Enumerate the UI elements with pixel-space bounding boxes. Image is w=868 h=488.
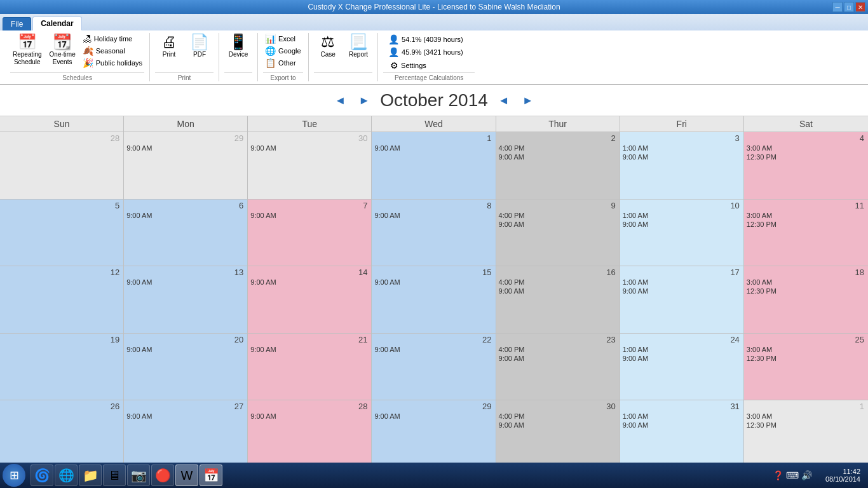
- other-icon: 📋: [265, 58, 276, 68]
- calendar-day-w2-d0[interactable]: 12: [0, 266, 124, 333]
- next-year-button[interactable]: ►: [520, 94, 536, 107]
- pdf-icon: 📄: [190, 34, 209, 50]
- report-button[interactable]: 📃 Report: [344, 33, 372, 60]
- calendar-day-w3-d4[interactable]: 234:00 PM9:00 AM: [496, 334, 620, 400]
- day-event-w1-d2: 9:00 AM: [250, 212, 369, 219]
- day-num-w0-d5: 3: [623, 133, 741, 143]
- taskbar-app-browser[interactable]: 🌐: [55, 464, 78, 486]
- calendar-week-1: 569:00 AM79:00 AM89:00 AM94:00 PM9:00 AM…: [0, 200, 868, 267]
- calendar-day-w0-d2[interactable]: 309:00 AM: [248, 132, 372, 199]
- calendar-day-w1-d5[interactable]: 101:00 AM9:00 AM: [620, 200, 744, 266]
- calendar-day-w2-d4[interactable]: 164:00 PM9:00 AM: [496, 266, 620, 333]
- excel-button[interactable]: 📊 Excel: [263, 33, 302, 44]
- taskbar-time: 11:42: [843, 468, 860, 475]
- calendar-day-w0-d6[interactable]: 43:00 AM12:30 PM: [744, 132, 868, 199]
- parent1-icon: 👤: [388, 34, 399, 44]
- calendar-day-w4-d4[interactable]: 304:00 PM9:00 AM: [496, 400, 620, 467]
- calendar-day-w1-d4[interactable]: 94:00 PM9:00 AM: [496, 200, 620, 266]
- export-group-label: Export to: [263, 72, 303, 81]
- calendar-day-w2-d6[interactable]: 183:00 AM12:30 PM: [744, 266, 868, 333]
- day-event-w2-d4: 9:00 AM: [499, 287, 617, 295]
- tab-file[interactable]: File: [3, 17, 31, 30]
- calendar-day-w3-d3[interactable]: 229:00 AM: [372, 334, 496, 400]
- next-month-button[interactable]: ►: [356, 94, 372, 107]
- calendar-day-w4-d0[interactable]: 26: [0, 400, 124, 467]
- calendar-day-w1-d6[interactable]: 113:00 AM12:30 PM: [744, 200, 868, 266]
- maximize-button[interactable]: □: [844, 2, 854, 12]
- one-time-events-icon: 📆: [53, 34, 72, 50]
- tab-calendar[interactable]: Calendar: [32, 17, 81, 30]
- calendar-day-w4-d3[interactable]: 299:00 AM: [372, 400, 496, 467]
- day-num-w4-d6: 1: [747, 402, 865, 411]
- day-event-w1-d5: 1:00 AM: [623, 212, 741, 219]
- case-button[interactable]: ⚖ Case: [314, 33, 342, 60]
- day-event-w4-d1: 9:00 AM: [126, 412, 245, 420]
- taskbar-app-camera[interactable]: 📷: [127, 464, 150, 486]
- taskbar-app-explorer[interactable]: 📁: [79, 464, 102, 486]
- calendar-day-w4-d5[interactable]: 311:00 AM9:00 AM: [620, 400, 744, 467]
- calendar-day-w3-d5[interactable]: 241:00 AM9:00 AM: [620, 334, 744, 400]
- repeating-schedule-label: RepeatingSchedule: [13, 51, 42, 66]
- device-button[interactable]: 📱 Device: [224, 33, 252, 60]
- calendar-day-w3-d6[interactable]: 253:00 AM12:30 PM: [744, 334, 868, 400]
- print-button[interactable]: 🖨 Print: [155, 33, 183, 60]
- day-event-w2-d2: 9:00 AM: [250, 278, 369, 286]
- calendar-day-w1-d2[interactable]: 79:00 AM: [248, 200, 372, 266]
- calendar-day-w0-d0[interactable]: 28: [0, 132, 124, 199]
- ribbon-content: 📅 RepeatingSchedule 📆 One-timeEvents 🏖 H…: [0, 30, 868, 84]
- prev-year-button[interactable]: ◄: [496, 94, 512, 107]
- calendar-day-w2-d1[interactable]: 139:00 AM: [124, 266, 248, 333]
- systray-network-icon: 🔊: [801, 470, 812, 480]
- close-button[interactable]: ✕: [855, 2, 865, 12]
- settings-button[interactable]: ⚙ Settings: [388, 60, 463, 71]
- seasonal-icon: 🍂: [83, 46, 93, 56]
- taskbar-app-ie[interactable]: 🌀: [31, 464, 53, 486]
- pdf-button[interactable]: 📄 PDF: [186, 33, 214, 60]
- calendar-day-w2-d5[interactable]: 171:00 AM9:00 AM: [620, 266, 744, 333]
- calendar-day-w1-d0[interactable]: 5: [0, 200, 124, 266]
- stats-area: 👤 54.1% (4039 hours) 👤 45.9% (3421 hours…: [383, 33, 468, 71]
- public-holidays-button[interactable]: 🎉 Public holidays: [81, 57, 144, 69]
- calendar-day-w4-d1[interactable]: 279:00 AM: [124, 400, 248, 467]
- calendar-day-w3-d0[interactable]: 19: [0, 334, 124, 400]
- stat-row-parent1: 👤 54.1% (4039 hours): [388, 33, 463, 46]
- day-num-w2-d5: 17: [623, 268, 741, 277]
- calendar-day-w1-d3[interactable]: 89:00 AM: [372, 200, 496, 266]
- taskbar-app-custody[interactable]: 📅: [200, 464, 222, 486]
- calendar-day-w2-d2[interactable]: 149:00 AM: [248, 266, 372, 333]
- taskbar-app-hp[interactable]: 🖥: [103, 464, 126, 486]
- day-num-w1-d5: 10: [623, 201, 741, 210]
- export-items: 📊 Excel 🌐 Google 📋 Other: [263, 33, 302, 71]
- calendar-day-w0-d1[interactable]: 299:00 AM: [124, 132, 248, 199]
- taskbar-app-chrome[interactable]: 🔴: [151, 464, 174, 486]
- ribbon: File Calendar 📅 RepeatingSchedule 📆 One-…: [0, 14, 868, 85]
- schedules-group-label: Schedules: [10, 72, 144, 81]
- prev-month-button[interactable]: ◄: [332, 94, 349, 107]
- calendar-day-w4-d6[interactable]: 13:00 AM12:30 PM: [744, 400, 868, 467]
- calendar-day-w0-d5[interactable]: 31:00 AM9:00 AM: [620, 132, 744, 199]
- calendar-week-3: 19209:00 AM219:00 AM229:00 AM234:00 PM9:…: [0, 334, 868, 401]
- calendar-day-w2-d3[interactable]: 159:00 AM: [372, 266, 496, 333]
- seasonal-button[interactable]: 🍂 Seasonal: [81, 45, 144, 57]
- day-event-w3-d6: 12:30 PM: [747, 355, 865, 362]
- calendar-day-w0-d3[interactable]: 19:00 AM: [372, 132, 496, 199]
- day-num-w3-d5: 24: [623, 335, 741, 344]
- start-button[interactable]: ⊞: [3, 464, 25, 487]
- calendar-day-w3-d2[interactable]: 219:00 AM: [248, 334, 372, 400]
- one-time-events-button[interactable]: 📆 One-timeEvents: [47, 33, 78, 67]
- minimize-button[interactable]: ─: [832, 2, 843, 12]
- print-icon: 🖨: [161, 34, 177, 50]
- repeating-schedule-button[interactable]: 📅 RepeatingSchedule: [10, 33, 44, 67]
- calendar-day-w0-d4[interactable]: 24:00 PM9:00 AM: [496, 132, 620, 199]
- day-event-w0-d5: 9:00 AM: [623, 153, 741, 161]
- taskbar-date: 08/10/2014: [825, 475, 860, 483]
- other-button[interactable]: 📋 Other: [263, 57, 302, 69]
- google-button[interactable]: 🌐 Google: [263, 45, 302, 57]
- taskbar-app-word[interactable]: W: [175, 464, 198, 486]
- calendar-day-w3-d1[interactable]: 209:00 AM: [124, 334, 248, 400]
- calendar-day-w1-d1[interactable]: 69:00 AM: [124, 200, 248, 266]
- holiday-time-button[interactable]: 🏖 Holiday time: [81, 33, 144, 44]
- calendar-week-0: 28299:00 AM309:00 AM19:00 AM24:00 PM9:00…: [0, 132, 868, 200]
- day-event-w1-d3: 9:00 AM: [374, 212, 492, 219]
- calendar-day-w4-d2[interactable]: 289:00 AM: [248, 400, 372, 467]
